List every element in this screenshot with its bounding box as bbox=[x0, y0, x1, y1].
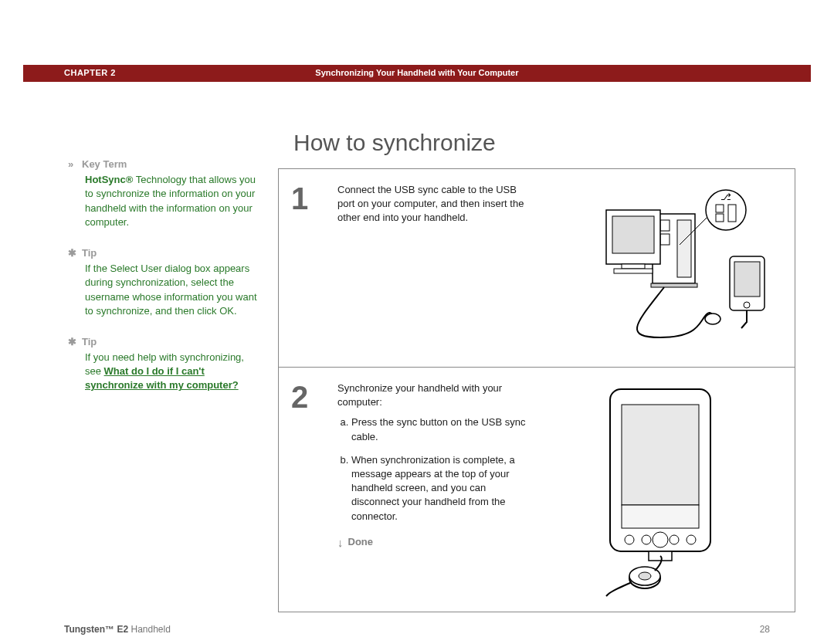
steps-box: 1 Connect the USB sync cable to the USB … bbox=[278, 168, 795, 612]
step2-a: Press the sync button on the USB sync ca… bbox=[351, 415, 531, 443]
step2-illustration bbox=[538, 381, 782, 598]
svg-point-17 bbox=[744, 302, 750, 308]
step-row: 1 Connect the USB sync cable to the USB … bbox=[279, 169, 795, 368]
tip2-label: Tip bbox=[82, 335, 97, 349]
product-name: Tungsten™ E2 Handheld bbox=[64, 623, 171, 636]
keyterm-label: Key Term bbox=[82, 158, 127, 171]
main-content: How to synchronize 1 Connect the USB syn… bbox=[278, 96, 811, 612]
chapter-title: Synchronizing Your Handheld with Your Co… bbox=[116, 67, 811, 79]
keyterm-block: » Key Term HotSync® Technology that allo… bbox=[85, 158, 263, 229]
tip-marker-icon: ✱ bbox=[68, 335, 82, 349]
step2-intro: Synchronize your handheld with your comp… bbox=[337, 381, 531, 409]
done-label: Done bbox=[348, 535, 374, 549]
svg-rect-3 bbox=[677, 220, 691, 277]
svg-point-24 bbox=[670, 535, 679, 544]
step-row: 2 Synchronize your handheld with your co… bbox=[279, 368, 795, 612]
chapter-label: CHAPTER 2 bbox=[23, 67, 116, 79]
sidebar: » Key Term HotSync® Technology that allo… bbox=[23, 96, 278, 612]
tip2-block: ✱ Tip If you need help with synchronizin… bbox=[85, 335, 263, 393]
step2-b: When synchronization is complete, a mess… bbox=[351, 453, 531, 524]
step-number: 2 bbox=[291, 381, 337, 598]
tip1-text: If the Select User dialog box appears du… bbox=[85, 262, 263, 318]
step-number: 1 bbox=[291, 183, 337, 353]
svg-text:⎇: ⎇ bbox=[720, 192, 731, 202]
tip-marker-icon: ✱ bbox=[68, 246, 82, 260]
tip1-block: ✱ Tip If the Select User dialog box appe… bbox=[85, 246, 263, 318]
step1-illustration: ⎇ bbox=[538, 183, 782, 353]
keyterm-term: HotSync® bbox=[85, 174, 133, 185]
done-indicator: ↓ Done bbox=[337, 534, 531, 551]
svg-rect-1 bbox=[660, 220, 670, 231]
handheld-sync-illustration bbox=[571, 381, 749, 598]
done-arrow-icon: ↓ bbox=[337, 534, 344, 551]
svg-point-22 bbox=[625, 535, 634, 544]
keyterm-marker-icon: » bbox=[68, 158, 82, 171]
product-bold: Tungsten™ E2 bbox=[64, 624, 128, 635]
svg-point-18 bbox=[705, 314, 720, 324]
svg-point-30 bbox=[639, 572, 651, 580]
svg-rect-2 bbox=[660, 234, 670, 245]
svg-rect-7 bbox=[622, 264, 645, 269]
svg-rect-12 bbox=[716, 214, 724, 222]
svg-point-26 bbox=[653, 532, 668, 547]
svg-rect-13 bbox=[728, 205, 736, 222]
page-title: How to synchronize bbox=[293, 127, 795, 159]
product-rest: Handheld bbox=[128, 624, 171, 635]
step1-text: Connect the USB sync cable to the USB po… bbox=[337, 183, 538, 353]
chapter-header-bar: CHAPTER 2 Synchronizing Your Handheld wi… bbox=[23, 65, 811, 82]
svg-rect-11 bbox=[716, 205, 724, 212]
tip2-link[interactable]: What do I do if I can't synchronize with… bbox=[85, 365, 239, 391]
svg-rect-16 bbox=[734, 262, 760, 297]
computer-handheld-cable-illustration: ⎇ bbox=[544, 183, 776, 353]
svg-rect-21 bbox=[622, 505, 699, 528]
page-footer: Tungsten™ E2 Handheld 28 bbox=[23, 623, 811, 636]
svg-rect-4 bbox=[651, 283, 697, 287]
svg-rect-6 bbox=[612, 216, 654, 253]
svg-point-23 bbox=[642, 535, 651, 544]
svg-point-25 bbox=[687, 535, 696, 544]
tip1-label: Tip bbox=[82, 246, 97, 260]
svg-rect-8 bbox=[614, 269, 653, 273]
page-number: 28 bbox=[760, 623, 770, 636]
svg-rect-20 bbox=[622, 405, 699, 505]
